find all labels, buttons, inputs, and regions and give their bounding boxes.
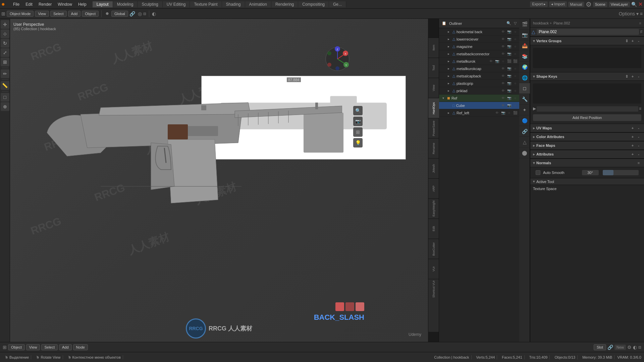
outline-item-plasticgrip[interactable]: ▸ △ plasticgrip 👁 📷 ○	[439, 80, 519, 87]
bottom-shading-icon[interactable]: ◐	[633, 345, 637, 350]
strip-tab-view[interactable]: View	[428, 78, 439, 98]
scale-tool[interactable]: ⤢	[1, 48, 9, 57]
bottom-viewport-icon[interactable]: ⊞	[3, 345, 7, 350]
auto-smooth-toggle[interactable]	[536, 170, 540, 175]
sk-play-icon[interactable]: ▶	[533, 106, 536, 112]
strip-tab-tool[interactable]: Tool	[428, 58, 439, 78]
move-tool[interactable]: ⊹	[1, 29, 9, 38]
snap-icon[interactable]: 🔗	[129, 11, 135, 16]
strip-tab-rename[interactable]: Rename	[428, 138, 439, 158]
outline-item-ref-left[interactable]: ▸ △ Ref_left 👁 📷 ○ ⬛	[439, 109, 519, 117]
select-icon[interactable]: ○	[513, 81, 518, 86]
tab-shading[interactable]: Shading	[222, 1, 245, 7]
render-icon[interactable]: 📷	[506, 73, 512, 79]
new-btn[interactable]: New	[614, 345, 626, 350]
tab-modeling[interactable]: Modeling	[113, 1, 138, 7]
attributes-header[interactable]: ▸ Attributes + -	[530, 150, 644, 159]
auto-smooth-value[interactable]: 30°	[582, 170, 599, 175]
transform-icons[interactable]: ⊕	[104, 11, 110, 16]
viewport-zoom-icon[interactable]: 🔍	[353, 106, 363, 115]
breadcrumb-options[interactable]: ≡	[639, 21, 641, 25]
breadcrumb-hookback[interactable]: hookback	[533, 21, 549, 25]
extra-icon[interactable]: ⬛	[513, 110, 518, 116]
object-name-input[interactable]	[537, 29, 639, 35]
tab-compositing[interactable]: Compositing	[298, 1, 329, 7]
extra2-icon[interactable]: ⬛	[513, 59, 518, 64]
strip-tab-edit[interactable]: Edit	[428, 219, 439, 239]
import-btn[interactable]: ◂ Import	[549, 1, 567, 7]
export-btn[interactable]: Export ▸	[530, 1, 548, 7]
blender-logo-icon[interactable]: ●	[1, 1, 5, 8]
viewport-menu-icon[interactable]: ⊞	[1, 11, 5, 16]
prop-tab-material[interactable]: ⬤	[519, 147, 530, 158]
bottom-view-menu[interactable]: View	[26, 344, 40, 350]
prop-tab-modifiers[interactable]: 🔧	[519, 94, 530, 105]
tab-texture-paint[interactable]: Texture Paint	[190, 1, 222, 7]
outline-item-lowerreciever[interactable]: ▸ △ lowerreciever 👁 📷 ○	[439, 36, 519, 43]
render-icon[interactable]: 📷	[506, 103, 512, 108]
prop-tab-object[interactable]: □	[519, 83, 530, 94]
visibility-icon[interactable]: 👁	[500, 88, 506, 94]
outline-item-priklad[interactable]: ▸ △ priklad 👁 📷 ○	[439, 87, 519, 95]
outline-item-hookmetalback[interactable]: ▸ △ hookmetal back 👁 📷 ○	[439, 28, 519, 36]
prop-tab-view-layer[interactable]: 📚	[519, 51, 530, 62]
select-icon[interactable]: ○	[513, 29, 518, 35]
prop-tab-output[interactable]: 📤	[519, 40, 530, 51]
nav-gizmo[interactable]: Z X Y	[324, 46, 351, 72]
outline-item-metallkurok[interactable]: ▸ △ metallkurok 👁 📷 ○ ⬛ ⬛	[439, 58, 519, 65]
visibility-icon[interactable]: 👁	[500, 29, 506, 35]
strip-tab-item[interactable]: Item	[428, 38, 439, 58]
transform-space[interactable]: Global	[111, 11, 128, 17]
strip-tab-powersave[interactable]: PowerSave	[428, 118, 439, 138]
menu-window[interactable]: Window	[55, 1, 75, 7]
viewport[interactable]: RRCG 人人素材 RRCG 人人素材 RRCG 人人素材 RRCG 人人素材 …	[10, 19, 428, 342]
viewport-grid-icon[interactable]: ⊞	[353, 127, 363, 137]
transform-tool[interactable]: ⊞	[1, 58, 9, 66]
render-icon[interactable]: 📷	[506, 51, 512, 57]
visibility-icon[interactable]: 👁	[500, 37, 506, 42]
outline-item-magazine[interactable]: ▸ △ magazine 👁 📷 ○	[439, 43, 519, 50]
outline-item-metsalcapback[interactable]: ▸ △ metsalcapback 👁 📷 ○	[439, 72, 519, 80]
sk-options-icon[interactable]: ≡	[639, 106, 641, 112]
visibility-icon[interactable]: 👁	[488, 59, 494, 64]
color-attributes-header[interactable]: ▸ Color Attributes + -	[530, 132, 644, 141]
tab-uv-editing[interactable]: UV Editing	[163, 1, 190, 7]
select-icon[interactable]: ○	[500, 59, 506, 64]
select-icon[interactable]: ○	[513, 66, 518, 71]
add-menu[interactable]: Add	[68, 11, 81, 17]
select-icon[interactable]: ○	[513, 88, 518, 94]
object-menu[interactable]: Object	[82, 11, 99, 17]
outliner-filter-icon[interactable]: ▽	[514, 21, 517, 25]
attr-add-icon[interactable]: +	[630, 152, 635, 157]
visibility-icon[interactable]: 👁	[500, 103, 506, 108]
render-icon[interactable]: 📷	[506, 66, 512, 71]
prop-tab-data[interactable]: △	[519, 137, 530, 147]
strip-tab-hardops[interactable]: HardOps	[428, 98, 439, 118]
render-icon[interactable]: 📷	[500, 110, 506, 116]
ca-remove-icon[interactable]: -	[636, 134, 641, 139]
visibility-icon[interactable]: 👁	[494, 110, 500, 116]
breadcrumb-plane[interactable]: Plane.002	[553, 21, 570, 25]
select-menu[interactable]: Select	[50, 11, 67, 17]
select-icon[interactable]: ○	[513, 73, 518, 79]
uvm-add-icon[interactable]: +	[630, 125, 635, 131]
visibility-icon[interactable]: 👁	[500, 81, 506, 86]
editor-options-icon[interactable]: ≡	[640, 11, 643, 16]
bottom-overlay-icon[interactable]: ⧇	[638, 344, 641, 350]
menu-edit[interactable]: Edit	[23, 1, 35, 7]
sk-expand-icon[interactable]: ⇕	[624, 74, 629, 79]
select-icon[interactable]: ○	[513, 37, 518, 42]
visibility-icon[interactable]: 👁	[500, 66, 506, 71]
normals-options-icon[interactable]: ≡	[636, 160, 641, 166]
outliner-search-icon[interactable]: 🔍	[506, 21, 511, 25]
add-object-tool[interactable]: ⊕	[1, 102, 9, 111]
viewport-camera-icon[interactable]: 📷	[353, 117, 363, 126]
manual-btn[interactable]: Manual	[568, 2, 584, 7]
render-icon[interactable]: 📷	[506, 37, 512, 42]
prop-tab-render[interactable]: 📷	[519, 29, 530, 40]
prop-tab-scene-props[interactable]: 🌍	[519, 62, 530, 72]
search-icon[interactable]: 🔍	[631, 2, 637, 7]
outline-item-metallkurokcap[interactable]: ▸ △ metallkurokcap 👁 📷 ○	[439, 65, 519, 72]
vg-remove-icon[interactable]: -	[636, 38, 641, 44]
add-cube-tool[interactable]: □	[1, 93, 9, 102]
